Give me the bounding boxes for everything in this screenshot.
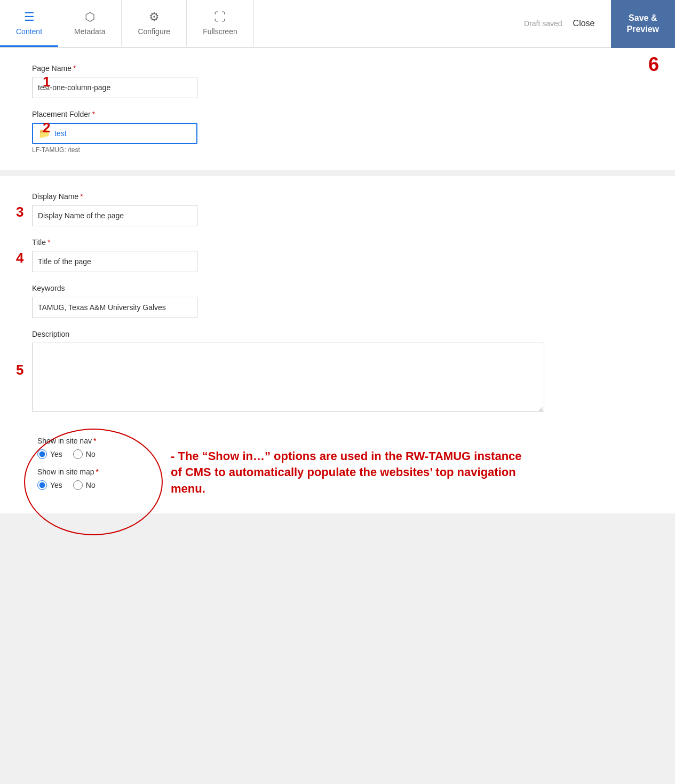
placement-folder-input[interactable]: 📁 test	[32, 123, 197, 144]
tab-metadata[interactable]: ⬡ Metadata	[58, 0, 122, 47]
configure-tab-label: Configure	[138, 27, 170, 36]
required-star-2: *	[92, 110, 95, 118]
tab-content[interactable]: ☰ Content	[0, 0, 58, 47]
keywords-label: Keywords	[32, 284, 648, 292]
display-name-label: Display Name*	[32, 192, 648, 201]
show-in-map-options: Yes No	[37, 480, 99, 490]
show-in-nav-group: Show in site nav* Yes No	[32, 437, 99, 459]
save-preview-label: Save &Preview	[627, 13, 659, 34]
nav-right-area: Draft saved Close	[508, 0, 611, 47]
content-tab-label: Content	[16, 27, 42, 36]
annotation-number-4: 4	[16, 250, 23, 266]
nav-no-option[interactable]: No	[73, 449, 96, 459]
map-yes-radio[interactable]	[37, 480, 47, 490]
show-in-nav-label: Show in site nav*	[37, 437, 99, 445]
description-label: Description	[32, 330, 648, 338]
fullscreen-icon: ⛶	[214, 10, 226, 24]
configure-icon: ⚙	[149, 10, 160, 24]
page-name-group: 1 Page Name*	[32, 64, 648, 98]
close-button[interactable]: Close	[573, 19, 595, 28]
folder-value: test	[54, 129, 67, 138]
main-content: 6 1 Page Name* 2 Placement Folder* 📁 tes…	[0, 48, 675, 513]
description-group: 5 Description	[32, 330, 648, 414]
page-name-label: Page Name*	[32, 64, 648, 73]
description-textarea[interactable]	[32, 343, 544, 412]
display-name-input[interactable]	[32, 205, 197, 226]
map-no-option[interactable]: No	[73, 480, 96, 490]
title-input[interactable]	[32, 251, 197, 272]
save-preview-button[interactable]: Save &Preview	[611, 0, 675, 48]
map-yes-option[interactable]: Yes	[37, 480, 62, 490]
annotation-number-6: 6	[648, 53, 659, 76]
nav-yes-radio[interactable]	[37, 449, 47, 459]
map-no-radio[interactable]	[73, 480, 83, 490]
tab-configure[interactable]: ⚙ Configure	[122, 0, 187, 47]
top-navigation: ☰ Content ⬡ Metadata ⚙ Configure ⛶ Fulls…	[0, 0, 675, 48]
required-star-4: *	[47, 238, 50, 247]
tab-fullscreen[interactable]: ⛶ Fullscreen	[187, 0, 254, 47]
annotation-number-1: 1	[43, 74, 50, 90]
nav-no-radio[interactable]	[73, 449, 83, 459]
required-star-3: *	[80, 192, 83, 201]
content-icon: ☰	[24, 10, 35, 24]
draft-saved-status: Draft saved	[524, 19, 562, 28]
show-in-map-label: Show in site map*	[37, 468, 99, 476]
annotation-number-2: 2	[43, 120, 50, 136]
metadata-tab-label: Metadata	[74, 27, 105, 36]
show-in-nav-options: Yes No	[37, 449, 99, 459]
annotation-text-block: - The “Show in…” options are used in the…	[171, 448, 523, 497]
required-star-map: *	[96, 468, 99, 476]
required-star-1: *	[73, 64, 76, 73]
keywords-group: Keywords	[32, 284, 648, 318]
title-group: 4 Title*	[32, 238, 648, 272]
display-name-group: 3 Display Name*	[32, 192, 648, 226]
show-in-section: Show in site nav* Yes No Show in site	[32, 437, 99, 490]
annotation-number-3: 3	[16, 204, 23, 220]
section-page-name: 6 1 Page Name* 2 Placement Folder* 📁 tes…	[0, 48, 675, 170]
keywords-input[interactable]	[32, 297, 197, 318]
nav-yes-option[interactable]: Yes	[37, 449, 62, 459]
page-name-input[interactable]	[32, 77, 197, 98]
placement-path-hint: LF-TAMUG: /test	[32, 146, 648, 154]
required-star-nav: *	[93, 437, 96, 445]
title-label: Title*	[32, 238, 648, 247]
placement-folder-group: 2 Placement Folder* 📁 test LF-TAMUG: /te…	[32, 110, 648, 154]
annotation-number-5: 5	[16, 362, 23, 378]
show-in-map-group: Show in site map* Yes No	[32, 468, 99, 490]
placement-folder-label: Placement Folder*	[32, 110, 648, 118]
metadata-icon: ⬡	[85, 10, 95, 24]
section-metadata: 3 Display Name* 4 Title* Keywords 5 Desc…	[0, 176, 675, 513]
fullscreen-tab-label: Fullscreen	[203, 27, 237, 36]
